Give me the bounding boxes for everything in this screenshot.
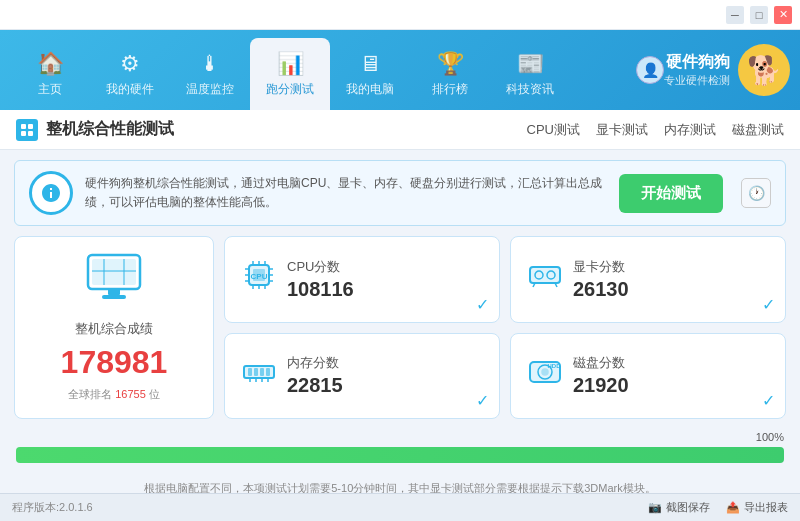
score-card-value-3: 21920 xyxy=(573,374,769,397)
title-bar: ─ □ ✕ xyxy=(0,0,800,30)
svg-text:CPU: CPU xyxy=(251,272,268,281)
start-test-button[interactable]: 开始测试 xyxy=(619,174,723,213)
nav-label-1: 我的硬件 xyxy=(106,81,154,98)
score-card-info-1: 显卡分数 26130 xyxy=(573,258,769,301)
nav-item-排行榜[interactable]: 🏆 排行榜 xyxy=(410,38,490,110)
total-score-card: 整机综合成绩 178981 全球排名 16755 位 xyxy=(14,236,214,419)
section-header: 整机综合性能测试 CPU测试显卡测试内存测试磁盘测试 xyxy=(0,110,800,150)
main-content: 硬件狗狗整机综合性能测试，通过对电脑CPU、显卡、内存、硬盘分别进行测试，汇总计… xyxy=(0,150,800,510)
svg-rect-32 xyxy=(248,368,252,376)
section-tab-3[interactable]: 磁盘测试 xyxy=(732,119,784,141)
score-card-label-0: CPU分数 xyxy=(287,258,483,276)
score-card-icon-gpu xyxy=(527,257,563,301)
screenshot-button[interactable]: 📷 截图保存 xyxy=(648,500,710,515)
score-card-check-2: ✓ xyxy=(476,391,489,410)
footer: 程序版本:2.0.1.6 📷 截图保存 📤 导出报表 xyxy=(0,493,800,521)
progress-section-wrapper: 100% xyxy=(14,429,786,467)
total-score-value: 178981 xyxy=(61,344,168,381)
svg-rect-33 xyxy=(254,368,258,376)
score-card-value-0: 108116 xyxy=(287,278,483,301)
brand-area: 硬件狗狗 专业硬件检测 🐕 xyxy=(664,44,790,96)
section-header-icon xyxy=(16,119,38,141)
nav-item-跑分测试[interactable]: 📊 跑分测试 xyxy=(250,38,330,110)
camera-icon: 📷 xyxy=(648,501,662,514)
nav-icon-5: 🏆 xyxy=(437,51,464,77)
svg-point-42 xyxy=(542,369,548,375)
score-card-check-1: ✓ xyxy=(762,295,775,314)
svg-rect-2 xyxy=(21,131,26,136)
brand-logo: 🐕 xyxy=(738,44,790,96)
brand-text: 硬件狗狗 专业硬件检测 xyxy=(664,52,730,88)
svg-rect-34 xyxy=(260,368,264,376)
info-text: 硬件狗狗整机综合性能测试，通过对电脑CPU、显卡、内存、硬盘分别进行测试，汇总计… xyxy=(85,174,607,212)
svg-rect-3 xyxy=(28,131,33,136)
nav-label-2: 温度监控 xyxy=(186,81,234,98)
score-card-value-2: 22815 xyxy=(287,374,483,397)
export-icon: 📤 xyxy=(726,501,740,514)
nav-label-6: 科技资讯 xyxy=(506,81,554,98)
history-button[interactable]: 🕐 xyxy=(741,178,771,208)
score-card-value-1: 26130 xyxy=(573,278,769,301)
rank-number: 16755 xyxy=(115,388,146,400)
nav-icon-1: ⚙ xyxy=(120,51,140,77)
score-card-label-2: 内存分数 xyxy=(287,354,483,372)
progress-label: 100% xyxy=(756,431,784,443)
nav-item-温度监控[interactable]: 🌡 温度监控 xyxy=(170,38,250,110)
svg-text:HDD: HDD xyxy=(548,363,562,369)
footer-buttons: 📷 截图保存 📤 导出报表 xyxy=(648,500,788,515)
score-card-check-3: ✓ xyxy=(762,391,775,410)
nav-item-主页[interactable]: 🏠 主页 xyxy=(10,38,90,110)
score-card-gpu: 显卡分数 26130 ✓ xyxy=(510,236,786,323)
nav-label-5: 排行榜 xyxy=(432,81,468,98)
score-card-label-1: 显卡分数 xyxy=(573,258,769,276)
progress-bar-fill: 100% xyxy=(16,447,784,463)
section-tab-0[interactable]: CPU测试 xyxy=(527,119,580,141)
nav-label-4: 我的电脑 xyxy=(346,81,394,98)
top-nav: 🏠 主页 ⚙ 我的硬件 🌡 温度监控 📊 跑分测试 🖥 我的电脑 🏆 排行榜 📰… xyxy=(0,30,800,110)
section-title-area: 整机综合性能测试 xyxy=(16,119,527,141)
minimize-button[interactable]: ─ xyxy=(726,6,744,24)
close-button[interactable]: ✕ xyxy=(774,6,792,24)
svg-rect-35 xyxy=(266,368,270,376)
score-card-label-3: 磁盘分数 xyxy=(573,354,769,372)
score-card-icon-cpu: CPU xyxy=(241,257,277,301)
footer-version: 程序版本:2.0.1.6 xyxy=(12,500,648,515)
nav-item-科技资讯[interactable]: 📰 科技资讯 xyxy=(490,38,570,110)
nav-label-0: 主页 xyxy=(38,81,62,98)
nav-item-我的电脑[interactable]: 🖥 我的电脑 xyxy=(330,38,410,110)
nav-icon-3: 📊 xyxy=(277,51,304,77)
nav-item-我的硬件[interactable]: ⚙ 我的硬件 xyxy=(90,38,170,110)
brand-name: 硬件狗狗 xyxy=(664,52,730,73)
progress-bar-track: 100% xyxy=(16,447,784,463)
svg-rect-10 xyxy=(102,295,126,299)
maximize-button[interactable]: □ xyxy=(750,6,768,24)
score-card-info-2: 内存分数 22815 xyxy=(287,354,483,397)
info-icon xyxy=(29,171,73,215)
svg-rect-5 xyxy=(92,259,136,285)
score-card-cpu: CPU CPU分数 108116 ✓ xyxy=(224,236,500,323)
user-avatar[interactable]: 👤 xyxy=(636,56,664,84)
svg-rect-0 xyxy=(21,124,26,129)
export-button[interactable]: 📤 导出报表 xyxy=(726,500,788,515)
score-card-info-3: 磁盘分数 21920 xyxy=(573,354,769,397)
section-tab-2[interactable]: 内存测试 xyxy=(664,119,716,141)
nav-icon-6: 📰 xyxy=(517,51,544,77)
total-score-label: 整机综合成绩 xyxy=(75,320,153,338)
total-score-icon xyxy=(84,253,144,314)
score-card-ram: 内存分数 22815 ✓ xyxy=(224,333,500,420)
total-score-rank: 全球排名 16755 位 xyxy=(68,387,160,402)
section-tab-1[interactable]: 显卡测试 xyxy=(596,119,648,141)
section-tabs: CPU测试显卡测试内存测试磁盘测试 xyxy=(527,119,784,141)
score-grid: CPU CPU分数 108116 ✓ xyxy=(224,236,786,419)
score-card-icon-ram xyxy=(241,354,277,398)
title-bar-controls: ─ □ ✕ xyxy=(726,6,792,24)
score-area: 整机综合成绩 178981 全球排名 16755 位 CPU xyxy=(14,236,786,419)
info-banner: 硬件狗狗整机综合性能测试，通过对电脑CPU、显卡、内存、硬盘分别进行测试，汇总计… xyxy=(14,160,786,226)
nav-extra-btns: 👤 xyxy=(636,56,664,84)
nav-icon-4: 🖥 xyxy=(359,51,381,77)
svg-rect-1 xyxy=(28,124,33,129)
score-card-info-0: CPU分数 108116 xyxy=(287,258,483,301)
brand-sub: 专业硬件检测 xyxy=(664,73,730,88)
score-card-hdd: HDD 磁盘分数 21920 ✓ xyxy=(510,333,786,420)
score-card-icon-hdd: HDD xyxy=(527,354,563,398)
